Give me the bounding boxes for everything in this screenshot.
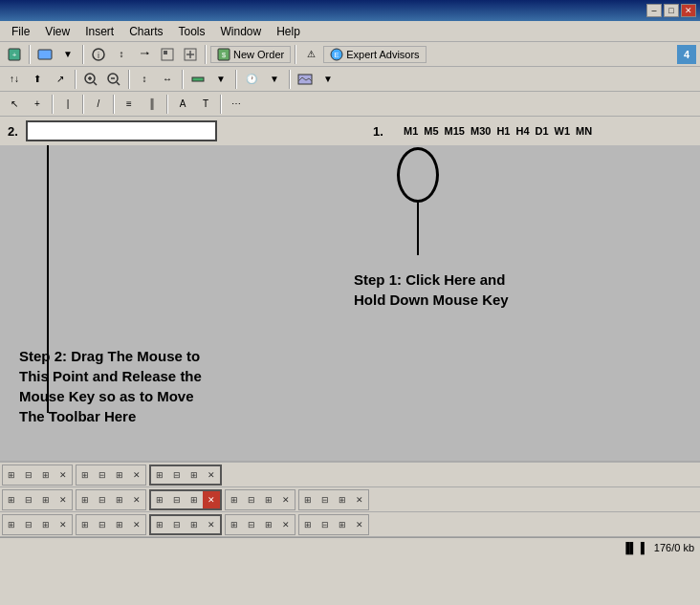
mg8-btn3[interactable]: ⊞	[334, 491, 351, 508]
mg13-btn1[interactable]: ⊞	[299, 516, 317, 533]
toolbar-btn-4[interactable]: ↕	[111, 44, 132, 65]
mg1-btn2[interactable]: ⊟	[20, 466, 37, 484]
tb2-img[interactable]	[295, 69, 316, 90]
tb2-btn8b[interactable]: ▼	[210, 69, 231, 90]
mg7-btn3[interactable]: ⊞	[260, 491, 277, 508]
menu-tools[interactable]: Tools	[171, 23, 213, 40]
menu-charts[interactable]: Charts	[121, 23, 170, 40]
tb2-btn1[interactable]: ↑↓	[4, 69, 25, 90]
mg3-btn2[interactable]: ⊟	[168, 466, 186, 484]
mg11-btn3[interactable]: ⊞	[186, 516, 203, 533]
mg5-btn1[interactable]: ⊞	[77, 491, 94, 508]
tb2-clock-dd[interactable]: ▼	[264, 69, 285, 90]
tb2-clock[interactable]: 🕐	[241, 69, 262, 90]
close-button[interactable]: ✕	[681, 4, 696, 17]
tb3-vline[interactable]: ║	[142, 94, 163, 115]
tb2-btn6[interactable]: ↕	[134, 69, 155, 90]
tb3-cursor[interactable]: ↖	[4, 94, 25, 115]
mg2-btn2[interactable]: ⊟	[94, 466, 111, 484]
mg11-btn1[interactable]: ⊞	[151, 516, 168, 533]
menu-file[interactable]: File	[4, 23, 37, 40]
mg11-close[interactable]: ✕	[203, 516, 220, 533]
mg2-close[interactable]: ✕	[128, 466, 145, 484]
mg1-btn3[interactable]: ⊞	[37, 466, 55, 484]
mg8-btn2[interactable]: ⊟	[317, 491, 334, 508]
mg3-btn3[interactable]: ⊞	[186, 466, 203, 484]
mg3-btn1[interactable]: ⊞	[151, 466, 168, 484]
mg9-btn2[interactable]: ⊟	[20, 516, 37, 533]
tf-m5[interactable]: M5	[422, 125, 440, 137]
mg10-btn1[interactable]: ⊞	[77, 516, 94, 533]
toolbar-btn-6[interactable]	[157, 44, 178, 65]
tb2-zoom-out[interactable]	[103, 69, 124, 90]
new-order-button[interactable]: $ New Order	[210, 46, 291, 63]
toolbar-btn-5[interactable]: ⭢	[134, 44, 155, 65]
tf-m1[interactable]: M1	[402, 125, 420, 137]
tb3-text[interactable]: A	[172, 94, 193, 115]
mg9-btn1[interactable]: ⊞	[3, 516, 20, 533]
mg1-btn1[interactable]: ⊞	[3, 466, 20, 484]
mg10-btn2[interactable]: ⊟	[94, 516, 111, 533]
toolbar-btn-1[interactable]: +	[4, 44, 25, 65]
mg3-close[interactable]: ✕	[203, 466, 220, 484]
mg12-btn3[interactable]: ⊞	[260, 516, 277, 533]
mg13-btn2[interactable]: ⊟	[317, 516, 334, 533]
tf-h4[interactable]: H4	[514, 125, 531, 137]
mg2-btn1[interactable]: ⊞	[77, 466, 94, 484]
mg4-close[interactable]: ✕	[55, 491, 72, 508]
menu-insert[interactable]: Insert	[77, 23, 121, 40]
mg10-close[interactable]: ✕	[128, 516, 145, 533]
tf-h1[interactable]: H1	[494, 125, 512, 137]
mg12-close[interactable]: ✕	[277, 516, 295, 533]
toolbar-btn-3[interactable]: i	[88, 44, 109, 65]
tf-m30[interactable]: M30	[469, 125, 492, 137]
mg6-btn3[interactable]: ⊞	[186, 491, 203, 508]
mg5-btn2[interactable]: ⊟	[94, 491, 111, 508]
expert-advisors-button[interactable]: E Expert Advisors	[323, 46, 426, 63]
tb3-hline[interactable]: ≡	[119, 94, 140, 115]
mg1-close[interactable]: ✕	[55, 466, 72, 484]
mg9-close[interactable]: ✕	[55, 516, 72, 533]
tf-d1[interactable]: D1	[534, 125, 551, 137]
menu-view[interactable]: View	[37, 23, 77, 40]
mg8-close[interactable]: ✕	[351, 491, 368, 508]
mg10-btn3[interactable]: ⊞	[111, 516, 128, 533]
toolbar-alert-icon[interactable]: ⚠	[300, 44, 321, 65]
mg12-btn1[interactable]: ⊞	[226, 516, 243, 533]
mg5-close[interactable]: ✕	[128, 491, 145, 508]
mg4-btn1[interactable]: ⊞	[3, 491, 20, 508]
tb2-zoom-in[interactable]	[80, 69, 101, 90]
mg11-btn2[interactable]: ⊟	[168, 516, 186, 533]
mg7-btn2[interactable]: ⊟	[243, 491, 260, 508]
tf-w1[interactable]: W1	[553, 125, 573, 137]
tb3-line[interactable]: |	[57, 94, 78, 115]
mg7-btn1[interactable]: ⊞	[226, 491, 243, 508]
tb3-more[interactable]: ⋯	[226, 94, 247, 115]
mg5-btn3[interactable]: ⊞	[111, 491, 128, 508]
tb2-btn3[interactable]: ↗	[50, 69, 71, 90]
toolbar-btn-2b[interactable]: ▼	[57, 44, 78, 65]
tb2-btn8[interactable]	[187, 69, 208, 90]
tb3-cross[interactable]: +	[27, 94, 48, 115]
mg6-btn1[interactable]: ⊞	[151, 491, 168, 508]
toolbar-btn-2[interactable]	[34, 44, 55, 65]
mg7-close[interactable]: ✕	[277, 491, 295, 508]
mg12-btn2[interactable]: ⊟	[243, 516, 260, 533]
menu-window[interactable]: Window	[213, 23, 270, 40]
tb3-label[interactable]: T	[195, 94, 216, 115]
menu-help[interactable]: Help	[269, 23, 308, 40]
mg6-btn2[interactable]: ⊟	[168, 491, 186, 508]
mg4-btn2[interactable]: ⊟	[20, 491, 37, 508]
tb3-slash[interactable]: /	[88, 94, 109, 115]
corner-number[interactable]: 4	[677, 45, 696, 64]
mg6-close[interactable]: ✕	[203, 491, 220, 508]
tb2-btn2[interactable]: ⬆	[27, 69, 48, 90]
mg9-btn3[interactable]: ⊞	[37, 516, 55, 533]
mg8-btn1[interactable]: ⊞	[299, 491, 317, 508]
mg13-btn3[interactable]: ⊞	[334, 516, 351, 533]
tf-mn[interactable]: MN	[574, 125, 594, 137]
mg13-close[interactable]: ✕	[351, 516, 368, 533]
mg4-btn3[interactable]: ⊞	[37, 491, 55, 508]
tf-m15[interactable]: M15	[443, 125, 467, 137]
tb2-img-dd[interactable]: ▼	[317, 69, 339, 90]
